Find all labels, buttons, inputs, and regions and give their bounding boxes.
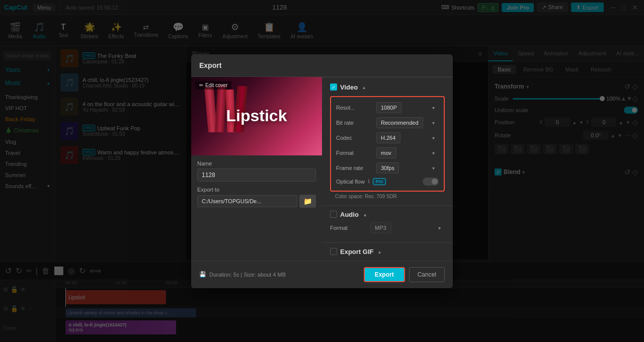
optical-flow-row: Optical flow ℹ Pro — [336, 178, 439, 186]
video-enabled-checkbox[interactable]: ✓ — [330, 83, 337, 91]
gif-section-arrow: ▴ — [378, 249, 381, 254]
resolution-arrow-icon: ▾ — [432, 105, 435, 110]
audio-section-label: Audio — [340, 211, 359, 218]
audio-format-row: Format MP3 AAC WAV ▾ — [330, 222, 445, 233]
export-to-label: Export to — [197, 187, 316, 193]
audio-section-header: Audio ▴ — [330, 211, 445, 218]
export-confirm-button[interactable]: Export — [364, 267, 405, 282]
resolution-row: Resol... 720P 1080P 2K 4K ▾ — [336, 102, 439, 113]
modal-preview: Lipstick ✏ Edit cover Name Expo — [191, 77, 322, 261]
audio-format-select[interactable]: MP3 AAC WAV — [370, 222, 391, 233]
name-label: Name — [197, 160, 316, 166]
format-row: Format mp4 mov avi ▾ — [336, 147, 439, 158]
export-gif-section: Export GIF ▴ — [322, 242, 453, 261]
export-path-row: C:/Users/TOPGUS/De... 📁 — [197, 195, 316, 208]
codec-row: Codec H.264 H.265 VP9 ▾ — [336, 132, 439, 143]
footer-actions: Export Cancel — [364, 267, 445, 282]
settings-panel: ✓ Video ▴ Resol... 720P — [322, 77, 453, 261]
audio-format-arrow-icon: ▾ — [438, 225, 441, 230]
video-section-arrow: ▴ — [363, 84, 365, 90]
name-row: Name — [197, 160, 316, 182]
export-path-text: C:/Users/TOPGUS/De... — [197, 195, 297, 207]
edit-icon: ✏ — [199, 82, 203, 88]
audio-format-select-wrapper: MP3 AAC WAV ▾ — [370, 222, 445, 233]
bitrate-arrow-icon: ▾ — [432, 120, 435, 125]
export-to-row: Export to C:/Users/TOPGUS/De... 📁 — [197, 187, 316, 208]
video-settings-border: Resol... 720P 1080P 2K 4K ▾ — [330, 96, 445, 192]
framerate-label: Frame rate — [336, 165, 376, 171]
resolution-select[interactable]: 720P 1080P 2K 4K — [376, 102, 401, 113]
format-select[interactable]: mp4 mov avi — [376, 147, 396, 158]
audio-settings-section: Audio ▴ Format MP3 AAC WAV — [322, 205, 453, 242]
bitrate-label: Bit rate — [336, 120, 376, 126]
modal-title: Export — [191, 54, 453, 77]
browse-folder-button[interactable]: 📁 — [299, 195, 316, 208]
storage-icon: 💾 — [199, 271, 206, 278]
cancel-button[interactable]: Cancel — [409, 267, 445, 282]
video-section-header: ✓ Video ▴ — [330, 83, 445, 91]
gif-section-header: Export GIF ▴ — [330, 248, 445, 255]
resolution-select-wrapper: 720P 1080P 2K 4K ▾ — [376, 102, 439, 113]
export-gif-label: Export GIF — [340, 248, 373, 255]
optical-flow-toggle[interactable] — [423, 178, 439, 186]
bitrate-select-wrapper: Low Medium Recommended High ▾ — [376, 117, 439, 128]
codec-select-wrapper: H.264 H.265 VP9 ▾ — [376, 132, 439, 143]
video-settings-section: ✓ Video ▴ Resol... 720P — [322, 77, 453, 205]
framerate-arrow-icon: ▾ — [432, 165, 435, 170]
codec-select[interactable]: H.264 H.265 VP9 — [376, 132, 400, 143]
edit-cover-button[interactable]: ✏ Edit cover — [195, 81, 231, 90]
export-gif-checkbox[interactable] — [330, 248, 337, 255]
footer-info: 💾 Duration: 5s | Size: about 4 MB — [199, 271, 286, 278]
name-section: Name Export to C:/Users/TOPGUS/De... 📁 — [191, 155, 322, 218]
preview-title: Lipstick — [226, 107, 287, 125]
modal-body: Lipstick ✏ Edit cover Name Expo — [191, 77, 453, 261]
video-section-label: Video — [340, 83, 358, 91]
framerate-row: Frame rate 24fps 25fps 30fps 60fps ▾ — [336, 162, 439, 174]
codec-label: Codec — [336, 135, 376, 141]
preview-image: Lipstick ✏ Edit cover — [191, 77, 322, 155]
bitrate-select[interactable]: Low Medium Recommended High — [376, 117, 423, 128]
modal-footer: 💾 Duration: 5s | Size: about 4 MB Export… — [191, 261, 453, 288]
format-select-wrapper: mp4 mov avi ▾ — [376, 147, 439, 158]
format-label: Format — [336, 150, 376, 156]
framerate-select[interactable]: 24fps 25fps 30fps 60fps — [376, 162, 399, 174]
export-modal: Export Lipstick ✏ Ed — [191, 54, 453, 288]
info-icon: ℹ — [368, 178, 370, 185]
audio-section-arrow: ▴ — [364, 212, 366, 217]
audio-enabled-checkbox[interactable] — [330, 211, 337, 218]
format-arrow-icon: ▾ — [432, 150, 435, 155]
resolution-label: Resol... — [336, 105, 376, 111]
export-modal-overlay: Export Lipstick ✏ Ed — [0, 0, 644, 342]
bitrate-row: Bit rate Low Medium Recommended High ▾ — [336, 117, 439, 128]
audio-format-setting-row: Format MP3 AAC WAV ▾ — [330, 222, 445, 233]
optical-flow-label: Optical flow ℹ Pro — [336, 178, 423, 185]
framerate-select-wrapper: 24fps 25fps 30fps 60fps ▾ — [376, 162, 439, 174]
optical-pro-badge: Pro — [373, 178, 386, 185]
audio-format-label: Format — [330, 225, 370, 231]
color-space-label: Color space: Rec. 709 SDR — [330, 194, 445, 199]
codec-arrow-icon: ▾ — [432, 135, 435, 140]
name-input[interactable] — [197, 168, 316, 182]
